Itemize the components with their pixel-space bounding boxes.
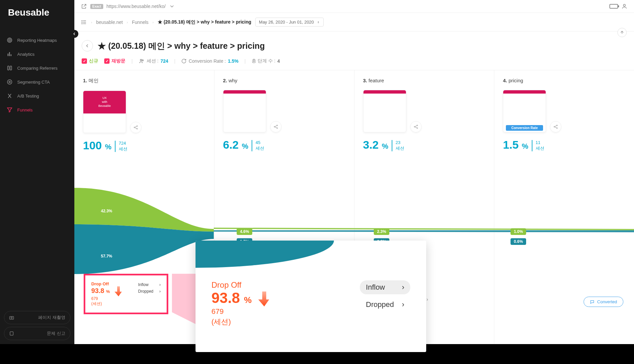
- svg-point-8: [7, 80, 12, 84]
- tools-icon: [7, 93, 13, 99]
- svg-point-26: [277, 125, 277, 126]
- nav-segmenting-cta[interactable]: Segmenting CTA: [0, 75, 74, 89]
- recapture-button[interactable]: 페이지 재촬영: [4, 311, 70, 324]
- step-name: feature: [368, 78, 384, 83]
- nav-label: A/B Testing: [17, 94, 39, 99]
- report-issue-button[interactable]: 문제 신고: [4, 327, 70, 340]
- nav-analytics[interactable]: Analytics: [0, 47, 74, 61]
- page-thumbnail[interactable]: UXwithBeusable: [83, 91, 126, 133]
- svg-point-21: [142, 60, 143, 61]
- nav-comparing-referrers[interactable]: Comparing Referrers: [0, 61, 74, 75]
- step-num: 2.: [223, 78, 227, 83]
- list-icon[interactable]: [81, 19, 87, 25]
- scroll-top-button[interactable]: [617, 28, 627, 37]
- chevron-left-icon: [72, 32, 76, 36]
- dropoff-sessions-label: (세션): [91, 301, 102, 306]
- nav-label: Comparing Referrers: [17, 66, 57, 71]
- share-button[interactable]: [410, 121, 422, 132]
- nav-ab-testing[interactable]: A/B Testing: [0, 89, 74, 103]
- svg-point-27: [277, 128, 277, 129]
- step-sessions-label: 세션: [256, 146, 264, 151]
- breadcrumb: › beusable.net › Funnels › ★ (20.05.18) …: [74, 13, 634, 32]
- svg-point-23: [137, 126, 138, 127]
- step-name: pricing: [509, 78, 523, 83]
- step-num: 3.: [363, 78, 367, 83]
- svg-rect-10: [10, 317, 14, 320]
- breadcrumb-domain[interactable]: beusable.net: [96, 20, 123, 25]
- open-external-icon[interactable]: [81, 3, 87, 9]
- page-thumbnail[interactable]: Conversion Rate: [503, 90, 546, 132]
- page-thumbnail[interactable]: [363, 90, 406, 132]
- back-button[interactable]: [82, 40, 93, 51]
- svg-point-29: [417, 125, 418, 126]
- step-name: why: [228, 78, 237, 83]
- breadcrumb-current: ★ (20.05.18) 메인 > why > feature > pricin…: [158, 19, 251, 25]
- svg-point-20: [140, 59, 142, 61]
- chevron-down-icon[interactable]: [169, 3, 175, 9]
- step-pct: 1.5: [503, 138, 518, 151]
- svg-point-32: [557, 125, 558, 126]
- dropoff-sessions-label: (세션): [211, 318, 231, 326]
- checkbox-new[interactable]: ✓ 신규: [82, 58, 98, 64]
- breadcrumb-section[interactable]: Funnels: [132, 20, 149, 25]
- dropped-link[interactable]: Dropped›: [360, 298, 410, 312]
- svg-point-24: [137, 128, 138, 129]
- sidebar-collapse[interactable]: [70, 30, 78, 38]
- new-label: 신규: [89, 58, 98, 64]
- share-icon: [413, 124, 419, 129]
- svg-point-33: [557, 128, 558, 129]
- share-button[interactable]: [130, 122, 141, 133]
- conv-label: Conversion Rate :: [189, 58, 226, 64]
- chevron-right-icon: ›: [127, 20, 128, 24]
- chevron-right-icon: ›: [159, 282, 161, 287]
- step-pct: 100: [83, 139, 102, 152]
- page-thumbnail[interactable]: [223, 90, 266, 132]
- nav-reporting-heatmaps[interactable]: Reporting Heatmaps: [0, 33, 74, 47]
- sessions-value: 724: [160, 58, 168, 64]
- date-range-picker[interactable]: May 26, 2020 - Jun 01, 2020: [255, 18, 324, 27]
- chevron-right-icon: ›: [159, 289, 161, 294]
- share-icon: [273, 124, 278, 129]
- dropoff-label: Drop Off: [211, 280, 270, 290]
- wave-decor: [196, 241, 334, 268]
- url-display: https://www.beusable.net/ko/: [107, 4, 166, 9]
- dropoff-card-small: Drop Off 93.8 % 679(세션) Inflow› Dropped›: [84, 274, 168, 314]
- converted-button[interactable]: Converted: [584, 297, 623, 307]
- date-range-value: May 26, 2020 - Jun 01, 2020: [259, 20, 314, 25]
- refresh-icon[interactable]: [181, 58, 187, 64]
- topbar: Exact https://www.beusable.net/ko/: [74, 0, 634, 13]
- step-sessions: 724: [119, 141, 127, 146]
- dropped-link[interactable]: Dropped›: [138, 288, 161, 295]
- inflow-link[interactable]: Inflow›: [138, 281, 161, 288]
- arrow-down-icon: [258, 291, 270, 307]
- inflow-link[interactable]: Inflow›: [360, 280, 410, 294]
- share-button[interactable]: [270, 121, 281, 132]
- dropoff-pct: 93.8: [211, 290, 240, 306]
- dropped-link-peek[interactable]: ›: [427, 297, 432, 302]
- svg-rect-6: [8, 66, 9, 70]
- svg-rect-4: [9, 52, 10, 56]
- flow-badge-green: 4.6%: [237, 228, 252, 235]
- svg-point-25: [274, 126, 275, 127]
- chat-icon: [590, 300, 594, 304]
- battery-icon: [609, 4, 618, 9]
- checkbox-returning[interactable]: ✓ 재방문: [104, 58, 125, 64]
- user-icon[interactable]: [621, 3, 627, 9]
- flow-badge-green: 2.3%: [374, 228, 389, 235]
- exact-badge: Exact: [90, 4, 103, 9]
- svg-rect-5: [11, 54, 11, 56]
- svg-point-2: [9, 40, 10, 40]
- svg-point-31: [554, 126, 555, 127]
- svg-point-28: [414, 126, 415, 127]
- share-button[interactable]: [550, 121, 561, 132]
- bars-icon: [7, 51, 13, 57]
- page-title: ★ (20.05.18) 메인 > why > feature > pricin…: [98, 40, 265, 51]
- sidebar: Beusable Reporting Heatmaps Analytics Co…: [0, 0, 74, 344]
- converted-label: Converted: [597, 299, 617, 304]
- nav-label: Reporting Heatmaps: [17, 38, 57, 43]
- check-icon: ✓: [82, 58, 87, 64]
- steps-label: 총 단계 수 :: [252, 58, 276, 64]
- nav-funnels[interactable]: Funnels: [0, 103, 74, 117]
- dropoff-pct: 93.8: [91, 287, 104, 294]
- chevron-right-icon: ›: [402, 300, 404, 309]
